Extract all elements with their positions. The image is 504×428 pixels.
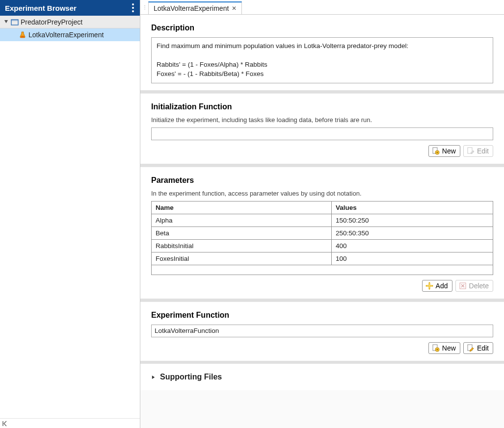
experiment-function-input[interactable]: LotkaVolterraFunction <box>151 325 493 338</box>
drag-grip-icon[interactable]: ⋮⋮ <box>142 5 147 10</box>
table-row[interactable]: Alpha150:50:250 <box>152 214 493 227</box>
new-file-icon <box>432 147 440 155</box>
sidebar-kebab-icon[interactable] <box>131 2 135 13</box>
param-values-cell[interactable]: 250:50:350 <box>331 227 493 239</box>
tab-experiment[interactable]: LotkaVolterraExperiment ✕ <box>148 1 242 14</box>
col-values[interactable]: Values <box>331 201 493 214</box>
col-name[interactable]: Name <box>152 201 332 214</box>
parameters-heading: Parameters <box>151 176 493 185</box>
experiment-function-section: Experiment Function LotkaVolterraFunctio… <box>140 302 504 364</box>
expfn-edit-button[interactable]: Edit <box>463 342 493 354</box>
experiment-browser-panel: Experiment Browser PredatorPreyProject <box>0 0 140 428</box>
tree-item-label: LotkaVolterraExperiment <box>28 31 104 39</box>
supporting-files-heading: Supporting Files <box>160 373 222 381</box>
init-new-button[interactable]: New <box>428 145 460 157</box>
supporting-files-section[interactable]: Supporting Files <box>140 364 504 390</box>
param-values-cell[interactable]: 100 <box>331 252 493 265</box>
description-section: Description Find maximum and minimum pop… <box>140 15 504 93</box>
parameters-table[interactable]: Name Values Alpha150:50:250Beta250:50:35… <box>151 201 493 275</box>
svg-marker-10 <box>152 376 155 379</box>
initialization-section: Initialization Function Initialize the e… <box>140 93 504 167</box>
expfn-new-button[interactable]: New <box>428 342 460 354</box>
param-values-cell[interactable]: 150:50:250 <box>331 214 493 227</box>
param-name-cell[interactable]: RabbitsInitial <box>152 239 332 252</box>
plus-icon <box>425 282 433 290</box>
init-edit-button: Edit <box>463 145 493 157</box>
tree-collapse-icon[interactable] <box>3 19 9 25</box>
delete-icon <box>459 282 467 290</box>
description-textarea[interactable]: Find maximum and minimum population valu… <box>151 37 493 83</box>
main-area: ⋮⋮ LotkaVolterraExperiment ✕ Description… <box>140 0 504 428</box>
project-tree: PredatorPreyProject LotkaVolterraExperim… <box>0 16 140 418</box>
param-name-cell[interactable]: Alpha <box>152 214 332 227</box>
initialization-heading: Initialization Function <box>151 102 493 111</box>
tree-item-experiment[interactable]: LotkaVolterraExperiment <box>0 28 140 41</box>
table-row[interactable]: FoxesInitial100 <box>152 252 493 265</box>
sidebar-footer <box>0 418 140 428</box>
table-row[interactable]: RabbitsInitial400 <box>152 239 493 252</box>
svg-rect-2 <box>11 20 18 21</box>
svg-marker-0 <box>4 20 7 23</box>
tab-label: LotkaVolterraExperiment <box>154 4 229 12</box>
experiment-function-heading: Experiment Function <box>151 311 493 320</box>
add-button[interactable]: Add <box>422 280 452 292</box>
edit-icon <box>467 147 475 155</box>
sidebar-title: Experiment Browser <box>5 4 77 12</box>
chevron-left-end-icon[interactable] <box>2 421 8 427</box>
table-row[interactable]: Beta250:50:350 <box>152 227 493 239</box>
initialization-input[interactable] <box>151 127 493 140</box>
content-scroll[interactable]: Description Find maximum and minimum pop… <box>140 15 504 428</box>
expand-icon[interactable] <box>151 374 156 381</box>
param-name-cell[interactable]: FoxesInitial <box>152 252 332 265</box>
table-row-empty[interactable] <box>152 265 493 275</box>
close-icon[interactable]: ✕ <box>232 5 237 12</box>
new-file-icon <box>432 344 440 352</box>
initialization-subtext: Initialize the experiment, including tas… <box>151 116 493 124</box>
tree-root-label: PredatorPreyProject <box>21 18 82 26</box>
parameters-subtext: In the experiment function, access param… <box>151 190 493 197</box>
delete-button: Delete <box>455 280 493 292</box>
tree-root-item[interactable]: PredatorPreyProject <box>0 16 140 28</box>
param-name-cell[interactable]: Beta <box>152 227 332 239</box>
edit-pencil-icon <box>467 344 475 352</box>
parameters-section: Parameters In the experiment function, a… <box>140 167 504 302</box>
sidebar-header: Experiment Browser <box>0 0 140 16</box>
tab-bar: ⋮⋮ LotkaVolterraExperiment ✕ <box>140 0 504 15</box>
flask-icon <box>19 31 27 39</box>
param-values-cell[interactable]: 400 <box>331 239 493 252</box>
project-icon <box>11 18 19 26</box>
description-heading: Description <box>151 24 493 32</box>
